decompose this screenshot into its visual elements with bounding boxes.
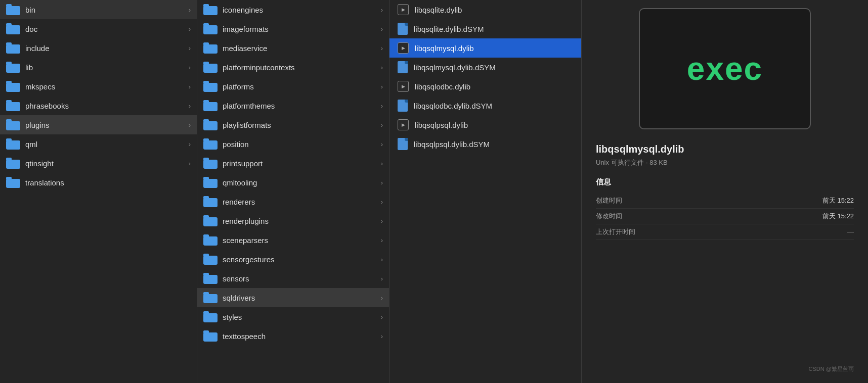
- item-label: plugins: [25, 121, 187, 129]
- svg-rect-22: [203, 25, 218, 34]
- col3-item-libqsqlpsql-dylib-dSYM[interactable]: libqsqlpsql.dylib.dSYM: [389, 134, 581, 154]
- col2-item-printsupport[interactable]: printsupport›: [197, 154, 389, 173]
- svg-rect-27: [203, 62, 209, 65]
- svg-rect-34: [203, 140, 218, 150]
- item-label: qtinsight: [25, 159, 187, 168]
- chevron-right-icon: ›: [189, 121, 191, 129]
- svg-rect-0: [6, 6, 20, 15]
- svg-rect-50: [203, 294, 218, 303]
- folder-icon: [6, 62, 20, 73]
- col1-item-bin[interactable]: bin›: [0, 0, 197, 19]
- col1-item-qml[interactable]: qml›: [0, 134, 197, 154]
- svg-rect-24: [203, 44, 218, 54]
- col1-item-phrasebooks[interactable]: phrasebooks›: [0, 96, 197, 115]
- folder-icon: [203, 234, 218, 246]
- folder-icon: [6, 138, 20, 150]
- col2-item-iconengines[interactable]: iconengines›: [197, 0, 389, 19]
- svg-rect-28: [203, 83, 218, 92]
- chevron-right-icon: ›: [381, 275, 383, 282]
- svg-rect-33: [203, 119, 209, 122]
- info-key: 修改时间: [596, 212, 622, 221]
- chevron-right-icon: ›: [381, 83, 383, 90]
- col3-item-libqsqlodbc-dylib[interactable]: ▶libqsqlodbc.dylib: [389, 77, 581, 96]
- file-subtitle: Unix 可执行文件 - 83 KB: [596, 158, 854, 167]
- col2-item-position[interactable]: position›: [197, 134, 389, 154]
- col2-item-sensors[interactable]: sensors›: [197, 269, 389, 288]
- item-label: renderers: [223, 198, 379, 206]
- svg-rect-35: [203, 138, 209, 141]
- item-label: libqsqlite.dylib: [415, 6, 575, 14]
- item-label: lib: [25, 63, 187, 72]
- col2-item-sqldrivers[interactable]: sqldrivers›: [197, 288, 389, 307]
- item-label: styles: [223, 313, 379, 321]
- col2-item-sensorgestures[interactable]: sensorgestures›: [197, 250, 389, 269]
- chevron-right-icon: ›: [189, 44, 191, 52]
- svg-rect-55: [203, 330, 209, 333]
- item-label: translations: [25, 178, 191, 187]
- col1-item-include[interactable]: include›: [0, 38, 197, 58]
- folder-icon: [6, 119, 20, 130]
- svg-rect-21: [203, 4, 209, 7]
- column-2: iconengines› imageformats› mediaservice›…: [197, 0, 389, 383]
- col2-item-platforms[interactable]: platforms›: [197, 77, 389, 96]
- svg-rect-32: [203, 121, 218, 130]
- col2-item-platforminputcontexts[interactable]: platforminputcontexts›: [197, 58, 389, 77]
- folder-icon: [203, 119, 218, 130]
- svg-rect-14: [6, 140, 20, 150]
- item-label: iconengines: [223, 6, 379, 14]
- item-label: qmltooling: [223, 178, 379, 187]
- column-3: ▶libqsqlite.dyliblibqsqlite.dylib.dSYM▶l…: [389, 0, 582, 383]
- col2-item-playlistformats[interactable]: playlistformats›: [197, 115, 389, 134]
- col1-item-plugins[interactable]: plugins›: [0, 115, 197, 134]
- folder-icon: [203, 100, 218, 111]
- dsym-icon: [398, 100, 414, 112]
- col1-item-lib[interactable]: lib›: [0, 58, 197, 77]
- col2-item-mediaservice[interactable]: mediaservice›: [197, 38, 389, 58]
- item-label: libqsqlodbc.dylib.dSYM: [414, 102, 575, 110]
- chevron-right-icon: ›: [381, 332, 383, 340]
- col2-item-styles[interactable]: styles›: [197, 307, 389, 326]
- folder-icon: [203, 42, 218, 54]
- item-label: libqsqlpsql.dylib: [415, 121, 575, 129]
- folder-icon: [203, 177, 218, 188]
- svg-rect-48: [203, 275, 218, 284]
- svg-rect-4: [6, 44, 20, 54]
- col3-item-libqsqlpsql-dylib[interactable]: ▶libqsqlpsql.dylib: [389, 115, 581, 134]
- col3-item-libqsqlmysql-dylib[interactable]: ▶libqsqlmysql.dylib: [389, 38, 581, 58]
- folder-icon: [203, 292, 218, 303]
- item-label: sqldrivers: [223, 294, 379, 302]
- folder-icon: [203, 158, 218, 169]
- svg-rect-2: [6, 25, 20, 34]
- col2-item-texttospeech[interactable]: texttospeech›: [197, 326, 389, 346]
- chevron-right-icon: ›: [189, 160, 191, 167]
- file-thumbnail: exec: [639, 8, 811, 129]
- svg-rect-6: [6, 64, 20, 73]
- col2-item-renderers[interactable]: renderers›: [197, 192, 389, 211]
- col1-item-doc[interactable]: doc›: [0, 19, 197, 38]
- info-value: —: [847, 228, 854, 236]
- chevron-right-icon: ›: [381, 256, 383, 263]
- col2-item-platformthemes[interactable]: platformthemes›: [197, 96, 389, 115]
- col3-item-libqsqlite-dylib-dSYM[interactable]: libqsqlite.dylib.dSYM: [389, 19, 581, 38]
- col1-item-qtinsight[interactable]: qtinsight›: [0, 154, 197, 173]
- svg-rect-40: [203, 198, 218, 207]
- folder-icon: [6, 100, 20, 111]
- col1-item-translations[interactable]: translations: [0, 173, 197, 192]
- item-label: printsupport: [223, 159, 379, 168]
- folder-icon: [203, 138, 218, 150]
- folder-icon: [6, 81, 20, 92]
- col3-item-libqsqlmysql-dylib-dSYM[interactable]: libqsqlmysql.dylib.dSYM: [389, 58, 581, 77]
- col2-item-imageformats[interactable]: imageformats›: [197, 19, 389, 38]
- item-label: mediaservice: [223, 44, 379, 53]
- folder-icon: [203, 273, 218, 284]
- col2-item-qmltooling[interactable]: qmltooling›: [197, 173, 389, 192]
- item-label: imageformats: [223, 25, 379, 33]
- col3-item-libqsqlodbc-dylib-dSYM[interactable]: libqsqlodbc.dylib.dSYM: [389, 96, 581, 115]
- svg-rect-49: [203, 273, 209, 276]
- col1-item-mkspecs[interactable]: mkspecs›: [0, 77, 197, 96]
- svg-rect-9: [6, 81, 12, 84]
- col2-item-sceneparsers[interactable]: sceneparsers›: [197, 230, 389, 250]
- col3-item-libqsqlite-dylib[interactable]: ▶libqsqlite.dylib: [389, 0, 581, 19]
- col2-item-renderplugins[interactable]: renderplugins›: [197, 211, 389, 230]
- item-label: libqsqlodbc.dylib: [415, 82, 575, 91]
